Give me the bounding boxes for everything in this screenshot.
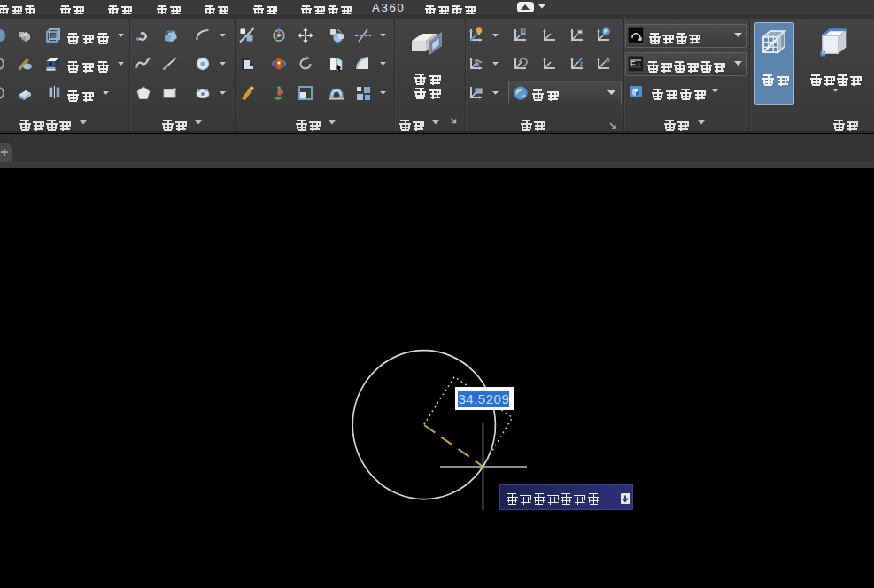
svg-text:3: 3 bbox=[607, 56, 611, 64]
svg-text:z: z bbox=[580, 60, 584, 66]
